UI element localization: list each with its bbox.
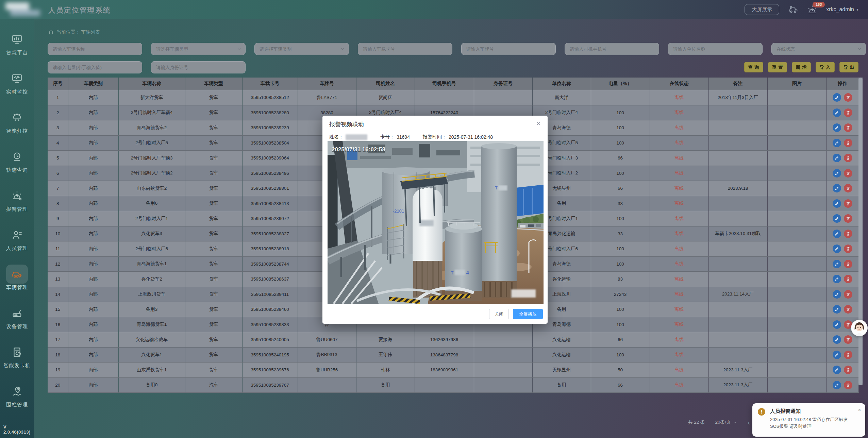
cell: 无锡昱州: [532, 363, 591, 378]
delete-button[interactable]: [844, 139, 852, 147]
table-scrollbar[interactable]: [858, 78, 863, 385]
edit-button[interactable]: [833, 184, 841, 192]
close-button[interactable]: 关闭: [489, 309, 509, 319]
filter-input[interactable]: [48, 43, 142, 55]
sidebar-item-vehicle-manage[interactable]: 车辆管理: [0, 265, 34, 304]
edit-button[interactable]: [833, 230, 841, 238]
sidebar-item-fence-manage[interactable]: 围栏管理: [0, 382, 34, 421]
filter-select[interactable]: [254, 43, 349, 55]
edit-button[interactable]: [833, 381, 841, 389]
sidebar-item-smart-platform[interactable]: 智慧平台: [0, 30, 34, 69]
cell: 内部: [68, 135, 118, 151]
cctv-video-frame[interactable]: -2101 T T 4 2: [328, 141, 544, 304]
prev-page-button[interactable]: ‹: [748, 419, 750, 426]
delete-button[interactable]: [844, 230, 852, 238]
delete-button[interactable]: [844, 93, 852, 102]
filter-input[interactable]: [461, 43, 556, 55]
sidebar-item-track-query[interactable]: 轨迹查询: [0, 147, 34, 186]
delete-button[interactable]: [844, 199, 852, 208]
import-button[interactable]: 导 入: [816, 62, 835, 72]
modal-close-icon[interactable]: ×: [534, 119, 543, 128]
edit-button[interactable]: [833, 93, 841, 102]
cell: 备用3: [118, 302, 185, 317]
cell: 贺尚庆: [356, 90, 415, 105]
smart-light-icon: [6, 108, 28, 127]
cell: 100: [591, 211, 650, 226]
filter-input[interactable]: [48, 61, 142, 73]
sidebar-item-alarm-manage[interactable]: 报警管理: [0, 186, 34, 225]
edit-button[interactable]: [833, 123, 841, 132]
filter-input[interactable]: [668, 43, 763, 55]
export-button[interactable]: 导 出: [839, 62, 858, 72]
edit-button[interactable]: [833, 199, 841, 208]
sidebar-item-person-manage[interactable]: 人员管理: [0, 225, 34, 265]
query-button[interactable]: 查 询: [744, 62, 763, 72]
big-screen-button[interactable]: 大屏展示: [745, 4, 779, 15]
column-header: 图片: [767, 78, 827, 90]
delete-button[interactable]: [844, 245, 852, 253]
cell: [708, 196, 767, 211]
sidebar-item-card-machine[interactable]: 智能发卡机: [0, 343, 34, 382]
filter-select[interactable]: [771, 43, 866, 55]
reset-button[interactable]: 重 置: [768, 62, 787, 72]
delete-button[interactable]: [844, 260, 852, 268]
total-count: 共 22 条: [688, 419, 705, 425]
delete-button[interactable]: [844, 366, 852, 374]
delete-button[interactable]: [844, 108, 852, 117]
column-header: 序号: [48, 78, 68, 90]
filter-input[interactable]: [565, 43, 659, 55]
delete-button[interactable]: [844, 381, 852, 389]
cell: 内部: [68, 256, 118, 272]
cell: 2: [48, 105, 68, 120]
filter-select[interactable]: [151, 43, 246, 55]
sidebar-item-smart-light[interactable]: 智能灯控: [0, 108, 34, 147]
cell: [708, 302, 767, 317]
delete-button[interactable]: [844, 351, 852, 359]
edit-button[interactable]: [833, 245, 841, 253]
edit-button[interactable]: [833, 366, 841, 374]
cell: 离线: [650, 135, 708, 151]
edit-button[interactable]: [833, 275, 841, 283]
edit-button[interactable]: [833, 139, 841, 147]
assistant-avatar[interactable]: [851, 320, 868, 336]
cell: [767, 151, 827, 166]
alarm-bell-icon[interactable]: 163: [807, 4, 817, 15]
toast-close-icon[interactable]: ×: [857, 406, 862, 414]
vehicle-monitor-icon[interactable]: [788, 4, 798, 15]
page-size-select[interactable]: 20条/页: [715, 419, 738, 425]
delete-button[interactable]: [844, 184, 852, 192]
sidebar-item-device-manage[interactable]: 设备管理: [0, 304, 34, 343]
delete-button[interactable]: [844, 169, 852, 178]
edit-button[interactable]: [833, 169, 841, 178]
delete-button[interactable]: [844, 123, 852, 132]
delete-button[interactable]: [844, 214, 852, 223]
delete-button[interactable]: [844, 275, 852, 283]
cell: 离线: [650, 211, 708, 226]
delete-button[interactable]: [844, 305, 852, 314]
sidebar-item-realtime-monitor[interactable]: 实时监控: [0, 69, 34, 108]
edit-button[interactable]: [833, 305, 841, 314]
cell: [474, 332, 532, 348]
delete-button[interactable]: [844, 154, 852, 162]
edit-button[interactable]: [833, 214, 841, 223]
user-menu[interactable]: xrkc_admin ▾: [826, 6, 858, 13]
delete-button[interactable]: [844, 290, 852, 299]
filter-input[interactable]: [358, 43, 452, 55]
company-logo: [4, 2, 44, 17]
edit-button[interactable]: [833, 260, 841, 268]
add-button[interactable]: 新 增: [792, 62, 811, 72]
tank-label-2101: -2101: [393, 208, 404, 214]
delete-button[interactable]: [844, 335, 852, 344]
cell: 韩林: [356, 363, 415, 378]
filter-input[interactable]: [151, 61, 246, 73]
edit-button[interactable]: [833, 108, 841, 117]
edit-button[interactable]: [833, 154, 841, 162]
cell: 内部: [68, 196, 118, 211]
edit-button[interactable]: [833, 351, 841, 359]
cell: 离线: [650, 241, 708, 257]
edit-button[interactable]: [833, 290, 841, 299]
cell: 19: [48, 363, 68, 378]
fullscreen-play-button[interactable]: 全屏播放: [513, 309, 543, 319]
edit-button[interactable]: [833, 320, 841, 329]
edit-button[interactable]: [833, 335, 841, 344]
